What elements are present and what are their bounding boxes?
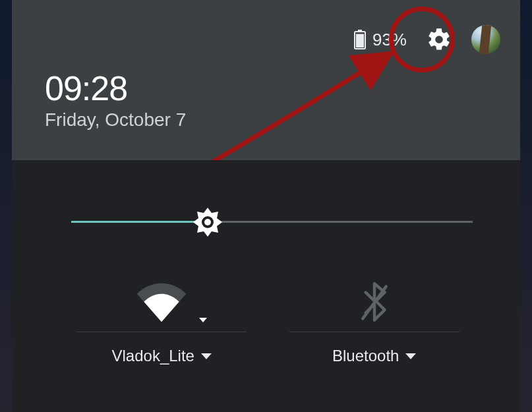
shade-header: 93% 09:28 Friday, October 7 bbox=[12, 0, 520, 160]
svg-point-5 bbox=[204, 219, 211, 225]
brightness-thumb[interactable] bbox=[192, 206, 223, 238]
settings-button[interactable] bbox=[425, 26, 453, 53]
battery-icon bbox=[354, 30, 366, 49]
shade-body: Vladok_Lite Bluetooth bbox=[12, 160, 520, 412]
tile-wifi-label: Vladok_Lite bbox=[112, 347, 194, 365]
brightness-icon bbox=[192, 206, 223, 238]
tile-bluetooth-label-row[interactable]: Bluetooth bbox=[332, 347, 416, 365]
tile-bluetooth[interactable]: Bluetooth bbox=[268, 279, 481, 365]
tile-wifi-label-row[interactable]: Vladok_Lite bbox=[112, 347, 212, 365]
chevron-down-icon bbox=[199, 318, 207, 322]
tile-bluetooth-label: Bluetooth bbox=[332, 347, 399, 365]
status-row: 93% bbox=[354, 25, 500, 54]
chevron-down-icon bbox=[405, 353, 416, 359]
brightness-track-filled bbox=[71, 221, 208, 223]
clock-time: 09:28 bbox=[45, 69, 127, 108]
tile-wifi[interactable]: Vladok_Lite bbox=[55, 279, 268, 365]
battery-percent: 93% bbox=[372, 30, 407, 50]
brightness-slider[interactable] bbox=[71, 221, 473, 223]
bluetooth-icon bbox=[358, 279, 391, 326]
gear-icon bbox=[426, 26, 452, 53]
user-avatar[interactable] bbox=[471, 25, 500, 54]
battery-status: 93% bbox=[354, 30, 407, 50]
quick-tiles: Vladok_Lite Bluetooth bbox=[55, 279, 481, 365]
svg-rect-2 bbox=[356, 34, 364, 48]
tile-divider bbox=[289, 332, 459, 332]
chevron-down-icon bbox=[201, 353, 212, 359]
notification-shade: 93% 09:28 Friday, October 7 bbox=[0, 0, 532, 412]
tile-divider bbox=[76, 332, 247, 332]
clock-date: Friday, October 7 bbox=[45, 109, 186, 131]
wifi-icon bbox=[132, 279, 191, 326]
